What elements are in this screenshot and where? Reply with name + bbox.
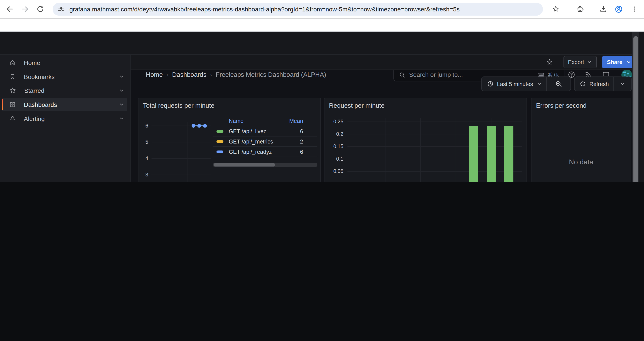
refresh-group: Refresh xyxy=(574,77,632,91)
expand-chevron-icon[interactable] xyxy=(118,72,126,81)
sidebar-item-starred[interactable]: Starred xyxy=(2,84,127,97)
svg-text:3: 3 xyxy=(145,172,148,178)
zoom-out-icon[interactable] xyxy=(555,80,562,88)
clock-icon xyxy=(487,81,494,87)
extensions-icon[interactable] xyxy=(576,5,584,13)
favorite-star-icon[interactable] xyxy=(546,58,553,66)
svg-text:0.25: 0.25 xyxy=(334,119,344,124)
bookmarks-bar: Freeleaps收藏博客 xyxy=(0,19,644,32)
url-text[interactable]: grafana.mathmast.com/d/deytv4rwavabkb/fr… xyxy=(70,6,460,13)
legend-row[interactable]: GET /api/_readyz 6 xyxy=(213,147,318,157)
site-info-icon[interactable] xyxy=(58,6,64,13)
sidebar-item-bookmarks[interactable]: Bookmarks xyxy=(2,70,127,83)
back-icon[interactable] xyxy=(6,5,14,13)
vertical-scrollbar-thumb[interactable] xyxy=(633,36,638,182)
series-mean: 6 xyxy=(300,128,303,134)
legend-row[interactable]: GET /api/_metrics 2 xyxy=(213,137,318,147)
series-pill xyxy=(216,130,223,133)
share-menu-button[interactable] xyxy=(625,56,632,68)
profile-icon[interactable] xyxy=(614,5,623,14)
svg-text:0.2: 0.2 xyxy=(336,131,344,137)
sidebar: HomeBookmarksStarredDashboardsAlerting xyxy=(0,55,131,182)
panel-request-per-minute[interactable]: Request per minute 0.250.20.150.10.05017… xyxy=(324,98,527,182)
reload-icon[interactable] xyxy=(36,5,44,13)
sidebar-item-label: Home xyxy=(24,59,40,66)
svg-text:0.15: 0.15 xyxy=(334,144,344,149)
menu-kebab-icon[interactable] xyxy=(631,5,638,13)
svg-text:0.05: 0.05 xyxy=(334,168,344,174)
chevron-down-icon xyxy=(626,59,632,65)
share-label: Share xyxy=(607,59,622,65)
svg-text:0: 0 xyxy=(340,181,343,182)
sidebar-item-label: Starred xyxy=(24,87,44,94)
sidebar-item-alerting[interactable]: Alerting xyxy=(2,112,127,125)
bell-icon xyxy=(9,115,16,122)
series-name: GET /api/_metrics xyxy=(229,138,273,145)
actions-divider xyxy=(559,58,560,67)
forward-icon[interactable] xyxy=(21,5,29,13)
export-label: Export xyxy=(568,59,584,65)
bookmark-icon xyxy=(9,73,16,80)
home-icon xyxy=(9,59,16,66)
refresh-sync-icon[interactable] xyxy=(580,81,586,87)
svg-text:6: 6 xyxy=(145,123,148,129)
legend-header-row: NameMean xyxy=(213,116,318,126)
refresh-interval-chevron-icon[interactable] xyxy=(620,81,625,87)
expand-chevron-icon[interactable] xyxy=(118,114,126,122)
apps-icon xyxy=(9,101,16,108)
legend-hscroll-track[interactable] xyxy=(213,163,318,167)
toolbar-divider xyxy=(592,5,592,14)
expand-chevron-icon[interactable] xyxy=(118,100,126,108)
svg-text:0.1: 0.1 xyxy=(336,156,344,162)
chevron-down-icon xyxy=(586,59,592,65)
breadcrumb-item[interactable]: Dashboards xyxy=(172,71,206,79)
svg-text:4: 4 xyxy=(145,156,148,161)
screen: grafana.mathmast.com/d/deytv4rwavabkb/fr… xyxy=(0,0,644,182)
svg-text:5: 5 xyxy=(145,139,148,145)
legend-table[interactable]: NameMean GET /api/_livez 6 GET /api/_met… xyxy=(213,116,318,167)
sidebar-item-dashboards[interactable]: Dashboards xyxy=(2,98,127,111)
chevron-down-icon[interactable] xyxy=(536,81,542,87)
downloads-icon[interactable] xyxy=(599,5,608,13)
legend-hscroll-thumb[interactable] xyxy=(214,163,275,167)
browser-toolbar: grafana.mathmast.com/d/deytv4rwavabkb/fr… xyxy=(0,0,644,19)
sidebar-item-label: Alerting xyxy=(24,115,45,122)
sidebar-item-label: Bookmarks xyxy=(24,73,55,80)
time-range-group: Last 5 minutes xyxy=(481,77,571,91)
export-button[interactable]: Export xyxy=(564,56,597,68)
panel-total-requests[interactable]: Total requests per minute 6543217:40 Nam… xyxy=(138,98,321,182)
series-name: GET /api/_livez xyxy=(229,128,266,134)
panel-title: Errors per second xyxy=(536,102,586,110)
address-bar[interactable]: grafana.mathmast.com/d/deytv4rwavabkb/fr… xyxy=(52,3,543,16)
sidebar-item-label: Dashboards xyxy=(24,101,57,108)
refresh-label[interactable]: Refresh xyxy=(590,81,609,87)
group-divider xyxy=(613,77,614,91)
series-pill xyxy=(216,140,223,143)
star-icon xyxy=(9,87,16,94)
breadcrumb-item: Freeleaps Metrics Dashboard (ALPHA) xyxy=(216,71,326,79)
request-per-minute-chart: 0.250.20.150.10.05017:37:0017:38:0017:39… xyxy=(324,98,528,182)
series-name: GET /api/_readyz xyxy=(229,149,272,155)
breadcrumb-separator: › xyxy=(163,72,172,78)
grafana-header: Grafana Home›Dashboards›Freeleaps Metric… xyxy=(0,32,644,55)
breadcrumb-separator: › xyxy=(206,72,216,78)
time-range-label[interactable]: Last 5 minutes xyxy=(497,81,533,87)
group-divider xyxy=(546,77,547,91)
bookmark-star-icon[interactable] xyxy=(552,5,560,13)
active-accent-bar xyxy=(2,99,3,110)
series-mean: 2 xyxy=(300,138,303,145)
expand-chevron-icon[interactable] xyxy=(118,86,126,94)
series-pill xyxy=(216,150,223,153)
right-gutter xyxy=(639,32,644,182)
search-placeholder: Search or jump to... xyxy=(409,71,463,78)
breadcrumb-item[interactable]: Home xyxy=(146,71,163,79)
dashboard-actions-bar: Export Share xyxy=(131,55,644,70)
no-data-message: No data xyxy=(532,158,631,166)
panel-errors-per-second[interactable]: Errors per second No data xyxy=(531,98,631,182)
series-mean: 6 xyxy=(300,149,303,155)
search-icon xyxy=(399,71,405,78)
legend-row[interactable]: GET /api/_livez 6 xyxy=(213,126,318,137)
sidebar-item-home[interactable]: Home xyxy=(2,56,127,69)
share-button[interactable]: Share xyxy=(602,56,627,68)
